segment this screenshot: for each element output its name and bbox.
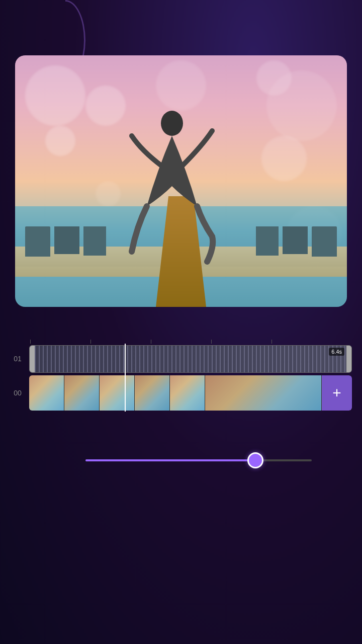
slider-thumb[interactable]: [247, 452, 263, 468]
track-00-row: 00 +: [10, 374, 352, 412]
track-waveform: [35, 346, 346, 372]
video-thumb-5: [170, 375, 205, 411]
track-00-label: 00: [10, 389, 25, 397]
video-thumb-4: [135, 375, 170, 411]
track-duration-badge: 6.4s: [329, 348, 344, 356]
huts-left: [25, 226, 106, 257]
track-handle-right[interactable]: [346, 346, 351, 372]
video-thumb-6: [205, 375, 322, 411]
add-media-button[interactable]: +: [322, 375, 352, 411]
dancer-figure: [127, 106, 217, 267]
slider-fill: [85, 459, 255, 461]
track-01-label: 01: [10, 355, 25, 363]
video-thumb-2: [64, 375, 100, 411]
track-handle-left[interactable]: [30, 346, 35, 372]
track-00-content[interactable]: +: [29, 375, 352, 411]
track-01-content[interactable]: 6.4s: [29, 345, 352, 373]
add-icon: +: [332, 384, 341, 401]
track-01-row: 01 6.4s: [10, 344, 352, 374]
video-thumb-1: [29, 375, 64, 411]
huts-right: [256, 226, 337, 257]
opacity-slider[interactable]: [85, 459, 312, 461]
video-preview[interactable]: [15, 55, 347, 307]
tracks-wrapper: 01 6.4s 00: [0, 344, 362, 412]
timeline-ruler: [0, 334, 362, 344]
video-preview-container: [15, 55, 347, 307]
video-thumb-3: [100, 375, 135, 411]
